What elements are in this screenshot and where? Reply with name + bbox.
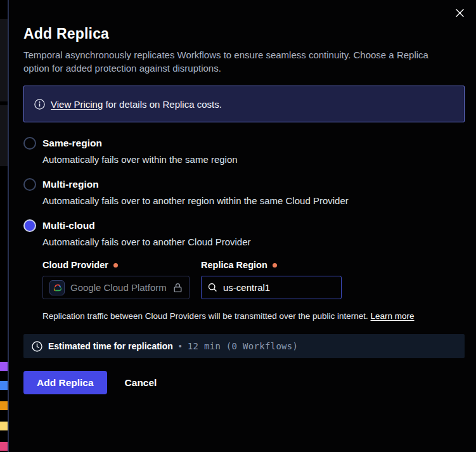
cloud-provider-label: Cloud Provider: [42, 260, 201, 270]
cloud-provider-label-text: Cloud Provider: [42, 260, 108, 270]
option-description: Automatically fails over to another regi…: [42, 195, 465, 206]
pricing-banner-text: View Pricing for details on Replica cost…: [51, 99, 222, 110]
option-description: Automatically fails over within the same…: [42, 154, 465, 165]
background-color-chip: [0, 422, 8, 430]
modal-actions: Add Replica Cancel: [23, 371, 465, 394]
background-color-chip: [0, 442, 8, 451]
radio-circle-icon[interactable]: [23, 137, 36, 150]
estimate-separator: •: [179, 341, 182, 351]
gcp-logo-icon: [49, 280, 65, 295]
replica-region-label-text: Replica Region: [201, 260, 267, 270]
option-label: Multi-cloud: [42, 220, 95, 231]
clock-icon: [32, 341, 42, 352]
replica-region-input[interactable]: [223, 282, 325, 293]
radio-circle-icon[interactable]: [23, 178, 36, 191]
learn-more-link[interactable]: Learn more: [371, 311, 415, 321]
estimate-value: 12 min (0 Workflows): [188, 341, 299, 351]
background-color-chip: [0, 362, 8, 371]
traffic-note-text: Replication traffic between Cloud Provid…: [42, 311, 368, 321]
traffic-note: Replication traffic between Cloud Provid…: [42, 311, 465, 321]
radio-circle-selected-icon[interactable]: [23, 219, 36, 232]
radio-same-region[interactable]: Same-region: [23, 137, 465, 150]
option-description: Automatically fails over to another Clou…: [42, 236, 465, 247]
option-same-region: Same-region Automatically fails over wit…: [23, 137, 465, 165]
add-replica-button[interactable]: Add Replica: [23, 371, 107, 394]
pricing-banner-suffix: for details on Replica costs.: [105, 99, 221, 110]
background-panel: [0, 105, 8, 166]
view-pricing-link[interactable]: View Pricing: [51, 99, 103, 110]
multi-cloud-subform: Cloud Provider Replica Region: [42, 260, 465, 321]
background-page-strip: [0, 0, 8, 452]
option-multi-region: Multi-region Automatically fails over to…: [23, 178, 465, 206]
required-dot: [273, 263, 277, 268]
cloud-provider-value: Google Cloud Platform: [70, 282, 167, 293]
option-label: Same-region: [42, 138, 102, 149]
search-icon: [208, 283, 217, 292]
cancel-button[interactable]: Cancel: [125, 377, 157, 389]
info-icon: [34, 99, 45, 110]
pricing-info-banner: View Pricing for details on Replica cost…: [23, 86, 465, 122]
option-multi-cloud: Multi-cloud Automatically fails over to …: [23, 219, 465, 321]
replica-region-field[interactable]: [201, 276, 342, 299]
lock-icon: [173, 283, 183, 293]
cloud-provider-select: Google Cloud Platform: [42, 276, 190, 299]
option-label: Multi-region: [42, 179, 99, 190]
modal-description: Temporal asynchronously replicates Workf…: [23, 48, 454, 75]
background-color-chip: [0, 401, 8, 410]
page-title: Add Replica: [23, 25, 465, 42]
replica-region-label: Replica Region: [201, 260, 277, 270]
radio-multi-region[interactable]: Multi-region: [23, 178, 465, 191]
background-panel: [0, 19, 8, 101]
radio-multi-cloud[interactable]: Multi-cloud: [23, 219, 465, 232]
estimate-label: Estimated time for replication: [48, 341, 173, 351]
background-color-chip: [0, 381, 8, 390]
estimate-banner: Estimated time for replication • 12 min …: [23, 334, 465, 358]
required-dot: [113, 263, 118, 268]
replica-option-group: Same-region Automatically fails over wit…: [23, 137, 465, 321]
add-replica-modal: Add Replica Temporal asynchronously repl…: [9, 0, 476, 452]
